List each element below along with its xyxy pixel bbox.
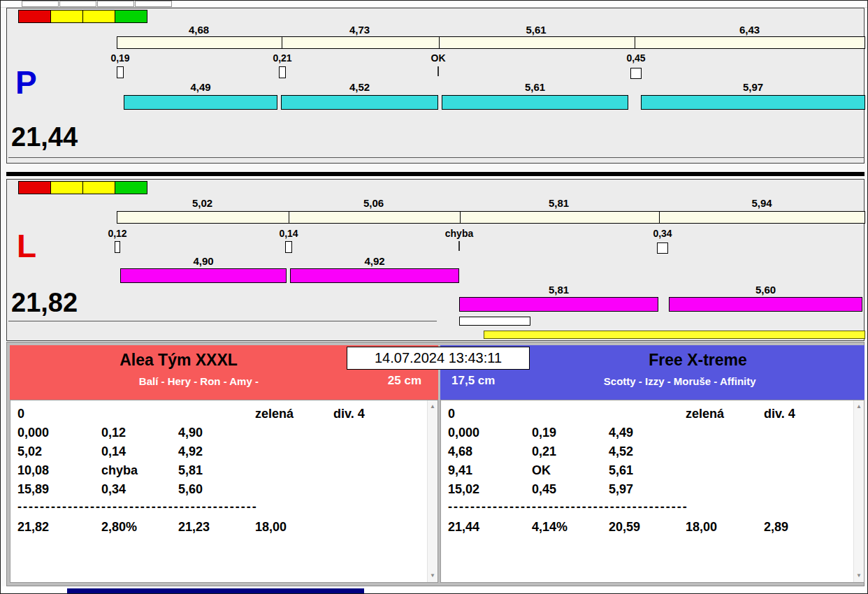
date-time-display: 14.07.2024 13:43:11 bbox=[347, 347, 530, 370]
table-cell bbox=[609, 405, 686, 423]
run-time-bar bbox=[669, 297, 862, 312]
change-time-label: 0,21 bbox=[273, 52, 291, 64]
scroll-down-icon[interactable]: ▼ bbox=[854, 570, 864, 581]
table-cell: div. 4 bbox=[333, 405, 437, 423]
table-cell bbox=[764, 442, 864, 461]
change-status-label: chyba bbox=[445, 228, 473, 239]
table-cell: zelená bbox=[686, 405, 764, 423]
table-row: 5,020,144,92 bbox=[10, 442, 437, 461]
table-cell bbox=[333, 423, 437, 442]
change-time-label: 0,19 bbox=[110, 52, 129, 64]
run-time-label: 5,61 bbox=[442, 81, 628, 93]
jump-height-label: 25 cm bbox=[388, 374, 421, 388]
run-time-label: 4,52 bbox=[281, 81, 438, 93]
sector-divider bbox=[282, 37, 282, 48]
vertical-scrollbar[interactable]: ▲ ▼ bbox=[427, 400, 437, 582]
table-cell: 2,89 bbox=[764, 518, 864, 537]
light-green-icon bbox=[115, 181, 147, 194]
sector-progress-bar bbox=[117, 36, 865, 49]
table-cell: 0,14 bbox=[101, 442, 178, 461]
table-row: 4,680,214,52 bbox=[441, 442, 864, 461]
run-time-bar bbox=[290, 268, 459, 283]
table-cell: 5,61 bbox=[609, 461, 686, 480]
table-cell bbox=[333, 518, 437, 537]
table-cell: OK bbox=[532, 461, 609, 480]
table-cell: 10,08 bbox=[17, 461, 101, 480]
table-cell: 0,19 bbox=[532, 423, 609, 442]
change-time-label: 0,34 bbox=[653, 228, 672, 239]
table-cell bbox=[764, 480, 864, 499]
sector-time-label: 4,73 bbox=[281, 24, 438, 36]
table-cell bbox=[333, 480, 437, 499]
light-yellow-icon bbox=[82, 10, 115, 23]
taskbar-strip bbox=[67, 588, 364, 594]
table-cell: 0 bbox=[17, 405, 101, 423]
window-tab[interactable] bbox=[135, 1, 172, 7]
progress-indicator-box bbox=[459, 317, 530, 326]
lane-letter: P bbox=[15, 66, 37, 99]
window-tab[interactable] bbox=[22, 1, 59, 7]
lane-total-time: 21,82 bbox=[11, 289, 78, 316]
scroll-up-icon[interactable]: ▲ bbox=[428, 401, 437, 412]
vertical-scrollbar[interactable]: ▲ ▼ bbox=[853, 400, 864, 582]
table-cell: 18,00 bbox=[255, 518, 333, 537]
scroll-up-icon[interactable]: ▲ bbox=[854, 401, 864, 412]
table-cell bbox=[686, 480, 764, 499]
table-cell bbox=[255, 461, 333, 480]
table-cell: 0,45 bbox=[532, 480, 609, 499]
window-tab[interactable] bbox=[97, 1, 134, 7]
results-summary: 21,444,14%20,5918,002,89 bbox=[441, 518, 864, 537]
run-time-bar bbox=[442, 95, 628, 110]
run-time-label: 4,92 bbox=[290, 255, 459, 267]
table-row: 10,08chyba5,81 bbox=[10, 461, 437, 480]
change-marker bbox=[630, 68, 642, 79]
table-row: 15,890,345,60 bbox=[10, 480, 437, 499]
table-cell bbox=[101, 405, 178, 423]
table-row: 21,444,14%20,5918,002,89 bbox=[441, 518, 864, 537]
sector-divider bbox=[289, 212, 289, 223]
team-left-results: 0zelenádiv. 40,0000,124,905,020,144,9210… bbox=[10, 400, 438, 583]
table-cell: 5,02 bbox=[17, 442, 101, 461]
change-time-label: 0,45 bbox=[626, 52, 645, 64]
start-lights bbox=[18, 10, 147, 23]
table-cell: 21,23 bbox=[178, 518, 255, 537]
table-cell: 18,00 bbox=[686, 518, 764, 537]
table-cell bbox=[686, 442, 764, 461]
light-yellow-icon bbox=[50, 10, 83, 23]
table-cell bbox=[255, 423, 333, 442]
table-row: 15,020,455,97 bbox=[441, 480, 864, 499]
lane-l: L 5,02 5,06 5,81 5,94 0,12 0,14 chyba 0,… bbox=[6, 179, 865, 341]
table-cell: chyba bbox=[101, 461, 178, 480]
sector-progress-bar bbox=[117, 211, 865, 224]
change-marker bbox=[115, 241, 120, 253]
sector-time-label: 6,43 bbox=[634, 24, 865, 36]
table-cell: 15,02 bbox=[448, 480, 532, 499]
table-cell: 4,68 bbox=[448, 442, 532, 461]
table-cell: 5,81 bbox=[178, 461, 255, 480]
sector-divider bbox=[635, 37, 635, 48]
lane-baseline bbox=[8, 321, 437, 321]
light-red-icon bbox=[18, 10, 51, 23]
table-cell: 9,41 bbox=[448, 461, 532, 480]
team-members: Balí - Hery - Ron - Amy - bbox=[10, 375, 388, 387]
light-red-icon bbox=[18, 181, 51, 194]
run-time-label: 4,49 bbox=[124, 81, 277, 93]
table-divider: ----------------------------------------… bbox=[10, 499, 437, 514]
run-time-label: 4,90 bbox=[120, 255, 287, 267]
start-lights bbox=[18, 181, 147, 194]
run-time-label: 5,97 bbox=[641, 81, 865, 93]
table-cell: 0 bbox=[448, 405, 532, 423]
table-cell bbox=[764, 423, 864, 442]
run-time-bar bbox=[459, 297, 658, 312]
scroll-down-icon[interactable]: ▼ bbox=[428, 570, 437, 581]
sector-time-label: 4,68 bbox=[117, 24, 281, 36]
table-cell bbox=[255, 480, 333, 499]
window-tab[interactable] bbox=[59, 1, 96, 7]
sector-time-label: 5,94 bbox=[658, 197, 865, 209]
lane-baseline bbox=[8, 157, 864, 158]
table-row: 0zelenádiv. 4 bbox=[10, 405, 437, 423]
table-cell: 0,000 bbox=[17, 423, 101, 442]
lane-separator bbox=[6, 172, 865, 176]
light-green-icon bbox=[115, 10, 147, 23]
run-time-bar bbox=[641, 95, 865, 110]
